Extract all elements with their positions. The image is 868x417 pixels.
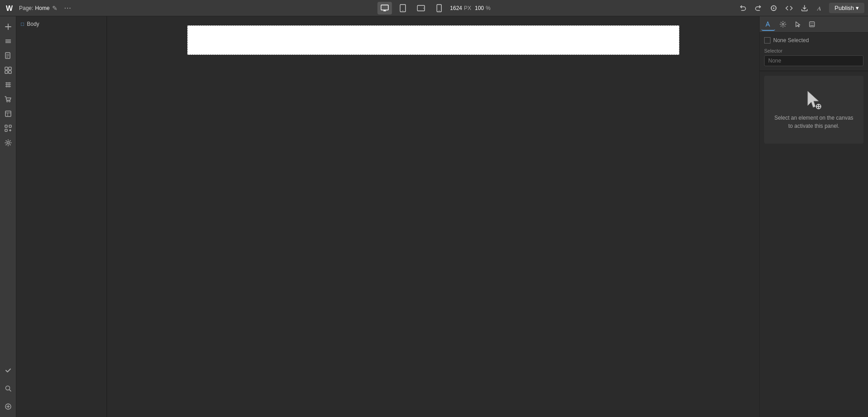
svg-point-9 <box>439 10 439 11</box>
style-guide-btn[interactable]: A <box>814 2 826 15</box>
right-panel-tabs <box>760 16 868 33</box>
canvas-inner <box>107 16 759 64</box>
svg-rect-29 <box>9 71 11 73</box>
page-breadcrumb: Page: Home <box>19 5 49 11</box>
svg-point-52 <box>782 24 784 25</box>
code-btn[interactable] <box>783 2 795 15</box>
layer-body-icon: □ <box>21 21 24 27</box>
sidebar-item-layers[interactable] <box>1 34 15 48</box>
topbar-menu-dots[interactable]: ⋯ <box>60 4 75 12</box>
zoom-value: 100 <box>475 5 484 11</box>
canvas-body-frame[interactable] <box>187 25 679 55</box>
layers-panel: □ Body <box>16 16 107 417</box>
svg-rect-27 <box>9 67 11 70</box>
empty-state-line2: to activate this panel. <box>788 123 839 129</box>
canvas-area[interactable] <box>107 16 759 417</box>
page-edit-icon[interactable]: ✎ <box>52 5 58 12</box>
sidebar-item-apps[interactable] <box>1 121 15 135</box>
view-desktop-btn[interactable] <box>377 2 392 15</box>
sidebar-item-check[interactable] <box>1 364 15 377</box>
svg-point-15 <box>771 8 772 9</box>
none-selected-label: None Selected <box>773 37 809 44</box>
export-btn[interactable] <box>798 2 811 15</box>
svg-point-35 <box>6 101 8 102</box>
undo-btn[interactable] <box>736 2 749 15</box>
selector-panel: None Selected Selector <box>760 33 868 71</box>
sidebar-item-more[interactable] <box>1 400 15 413</box>
sidebar-item-add[interactable] <box>1 20 15 34</box>
left-sidebar <box>0 16 16 417</box>
svg-point-12 <box>773 5 774 6</box>
topbar-right: A Publish ▾ <box>736 2 868 15</box>
zoom-unit: % <box>486 5 491 11</box>
panel-tab-settings[interactable] <box>776 18 790 31</box>
empty-state-panel: Select an element on the canvas to activ… <box>764 76 863 144</box>
none-selected-checkbox[interactable] <box>764 37 770 44</box>
svg-rect-53 <box>809 22 814 27</box>
svg-text:A: A <box>817 5 821 12</box>
svg-point-45 <box>7 142 9 144</box>
canvas-width: 1624 <box>450 5 462 11</box>
panel-tab-style[interactable] <box>761 18 775 31</box>
sidebar-item-search[interactable] <box>1 382 15 395</box>
sidebar-item-assets[interactable] <box>1 63 15 77</box>
publish-button[interactable]: Publish ▾ <box>829 3 864 13</box>
empty-state-line1: Select an element on the canvas <box>774 115 853 121</box>
svg-point-11 <box>773 7 775 9</box>
publish-label: Publish <box>834 5 854 11</box>
layers-list: □ Body <box>16 16 107 32</box>
svg-rect-26 <box>5 67 8 70</box>
svg-point-7 <box>423 8 424 9</box>
svg-rect-42 <box>5 129 7 131</box>
history-btn[interactable] <box>767 2 780 15</box>
sidebar-item-ecommerce[interactable] <box>1 92 15 106</box>
topbar-left: W Page: Home ✎ ⋯ <box>0 2 75 15</box>
page-label: Page: <box>19 5 33 11</box>
svg-rect-1 <box>381 5 388 10</box>
svg-text:W: W <box>6 5 13 12</box>
svg-point-5 <box>402 10 403 11</box>
svg-point-54 <box>810 23 811 24</box>
panel-tab-custom[interactable] <box>805 18 819 31</box>
main-layout: □ Body <box>0 16 868 417</box>
canvas-size: 1624 PX <box>450 5 471 11</box>
empty-state-text: Select an element on the canvas to activ… <box>774 114 853 130</box>
selector-input[interactable] <box>764 55 863 66</box>
sidebar-item-data[interactable] <box>1 78 15 92</box>
svg-rect-37 <box>5 111 11 116</box>
selector-label: Selector <box>764 48 863 53</box>
sidebar-item-settings[interactable] <box>1 136 15 150</box>
page-name[interactable]: Home <box>35 5 49 11</box>
svg-point-36 <box>9 101 10 102</box>
svg-rect-40 <box>5 125 7 127</box>
publish-chevron: ▾ <box>856 5 859 11</box>
svg-line-47 <box>9 390 11 392</box>
svg-point-13 <box>775 8 776 9</box>
sidebar-item-pages[interactable] <box>1 49 15 63</box>
svg-rect-41 <box>9 125 11 127</box>
right-panel: None Selected Selector Select an element… <box>759 16 868 417</box>
canvas-zoom: 100 % <box>475 5 491 11</box>
topbar: W Page: Home ✎ ⋯ <box>0 0 868 16</box>
view-mobile-btn[interactable] <box>432 2 446 15</box>
svg-point-55 <box>812 23 813 24</box>
canvas-size-unit: PX <box>464 5 471 11</box>
none-selected-row: None Selected <box>764 37 863 44</box>
webflow-logo[interactable]: W <box>4 2 16 15</box>
view-tablet-btn[interactable] <box>395 2 410 15</box>
layer-body-label: Body <box>27 21 39 27</box>
cursor-icon <box>805 89 823 114</box>
view-mobile-landscape-btn[interactable] <box>414 2 428 15</box>
svg-point-14 <box>773 10 774 11</box>
svg-rect-28 <box>5 71 8 73</box>
topbar-center: 1624 PX 100 % <box>377 2 490 15</box>
panel-tab-interactions[interactable] <box>790 18 804 31</box>
layer-body[interactable]: □ Body <box>16 19 107 29</box>
sidebar-item-cms[interactable] <box>1 107 15 121</box>
redo-btn[interactable] <box>752 2 765 15</box>
